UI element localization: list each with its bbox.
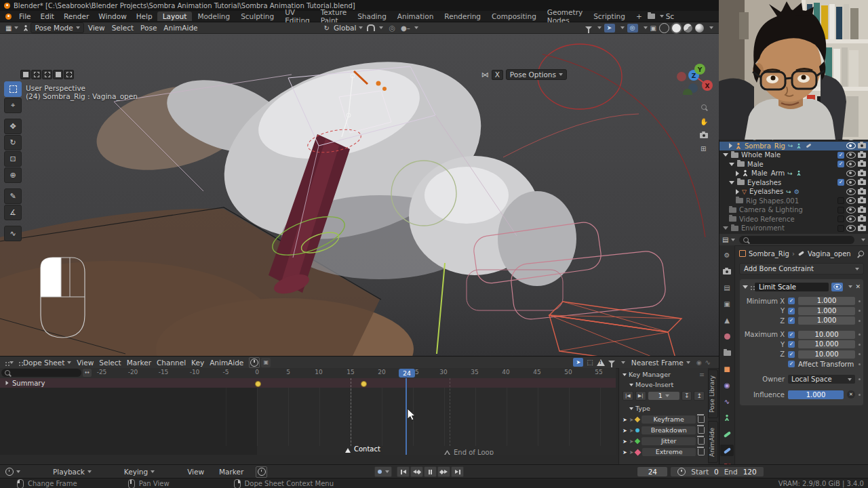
- dope-menu-channel[interactable]: Channel: [154, 357, 189, 367]
- hide-eye-icon[interactable]: [846, 161, 856, 167]
- collection-checkbox[interactable]: [837, 207, 844, 214]
- tab-view-layer[interactable]: ▣: [720, 298, 734, 310]
- select-mode-4-button[interactable]: [53, 70, 63, 79]
- jump-to-end-button[interactable]: [451, 466, 464, 477]
- outliner-row[interactable]: Video Reference: [719, 215, 868, 224]
- min-x-checkbox[interactable]: [788, 298, 795, 304]
- animate-dot[interactable]: [859, 333, 861, 336]
- expand-icon[interactable]: [736, 171, 739, 176]
- blender-menu-icon[interactable]: [5, 14, 12, 20]
- dope-menu-marker[interactable]: Marker: [124, 357, 154, 367]
- render-visibility-icon[interactable]: [858, 180, 866, 185]
- select-mode-3-button[interactable]: [42, 70, 52, 79]
- collection-checkbox[interactable]: [837, 225, 844, 232]
- workspace-tab-modeling[interactable]: Modeling: [192, 12, 235, 21]
- key-type-label[interactable]: Jitter: [642, 437, 696, 445]
- keyframe-dot[interactable]: [255, 381, 261, 387]
- outliner-row[interactable]: Environment: [719, 224, 868, 233]
- animate-dot[interactable]: [859, 378, 861, 380]
- menu-edit[interactable]: Edit: [36, 12, 59, 20]
- max-y-checkbox[interactable]: [788, 341, 795, 348]
- box-select-icon[interactable]: ⬚: [587, 359, 593, 366]
- hide-eye-icon[interactable]: [846, 170, 856, 177]
- max-z-checkbox[interactable]: [788, 351, 795, 358]
- deselect-cursor-icon[interactable]: ➤: [629, 428, 634, 434]
- pan-hand-icon[interactable]: ✋: [700, 118, 708, 125]
- tool-cursor[interactable]: ⌖: [4, 98, 22, 113]
- workspace-tab-sculpting[interactable]: Sculpting: [235, 12, 279, 21]
- tool-move[interactable]: ✥: [4, 119, 22, 134]
- deselect-cursor-icon[interactable]: ➤: [629, 417, 634, 423]
- menu-help[interactable]: Help: [132, 12, 157, 20]
- shading-rendered-button[interactable]: [695, 24, 704, 33]
- max-x-value[interactable]: 10.000: [798, 331, 855, 339]
- viewport-menu-pose[interactable]: Pose: [138, 23, 159, 33]
- collection-checkbox[interactable]: [837, 197, 844, 204]
- collapse-icon[interactable]: [729, 163, 734, 166]
- select-cursor-button[interactable]: ➤: [573, 358, 583, 367]
- select-cursor-icon[interactable]: ➤: [623, 439, 627, 445]
- collection-checkbox[interactable]: [837, 161, 844, 167]
- dope-menu-key[interactable]: Key: [189, 357, 207, 367]
- collapse-icon[interactable]: [723, 153, 728, 157]
- hide-eye-icon[interactable]: [846, 225, 856, 232]
- channel-search-input[interactable]: [1, 369, 81, 377]
- min-y-value[interactable]: 1.000: [798, 307, 855, 315]
- delete-icon[interactable]: [698, 427, 705, 434]
- tab-object-data[interactable]: [720, 412, 734, 424]
- render-visibility-icon[interactable]: [858, 143, 866, 148]
- auto-keying-button[interactable]: [374, 466, 392, 477]
- channel-expand-button[interactable]: ↔: [83, 369, 92, 377]
- collapse-icon[interactable]: [729, 181, 734, 184]
- marker-triangle-selected[interactable]: [345, 448, 351, 453]
- keyframe-dot[interactable]: [361, 381, 367, 387]
- min-z-checkbox[interactable]: [788, 317, 795, 324]
- dope-sheet-channels[interactable]: Summary Contact End of Loop: [0, 378, 616, 455]
- tool-measure[interactable]: ∡: [4, 205, 22, 220]
- select-mode-1-button[interactable]: [20, 70, 31, 79]
- select-cursor-icon[interactable]: ➤: [623, 417, 627, 423]
- editor-type-button[interactable]: ▦: [3, 23, 21, 33]
- tab-bone-constraints[interactable]: [720, 445, 734, 456]
- tab-object[interactable]: ■: [720, 363, 734, 375]
- menu-render[interactable]: Render: [59, 12, 94, 20]
- move-up-button[interactable]: ↥: [694, 391, 705, 401]
- zoom-icon[interactable]: [701, 103, 707, 112]
- hide-eye-icon[interactable]: [846, 188, 856, 195]
- viewport-menu-view[interactable]: View: [85, 23, 108, 33]
- visibility-filter-icon[interactable]: [585, 26, 592, 30]
- select-cursor-icon[interactable]: ➤: [623, 449, 627, 455]
- menu-file[interactable]: File: [14, 12, 36, 20]
- keying-icon[interactable]: ●–: [401, 24, 410, 32]
- tab-output[interactable]: ▤: [720, 282, 734, 293]
- editor-type-button[interactable]: [3, 467, 23, 477]
- jump-prev-button[interactable]: |◀: [623, 391, 633, 401]
- select-mode-5-button[interactable]: [64, 70, 74, 79]
- tab-object-constraints[interactable]: ∿: [720, 396, 734, 407]
- viewport-menu-animaide[interactable]: AnimAide: [161, 23, 200, 33]
- tool-transform[interactable]: ⊕: [4, 167, 22, 183]
- viewport-menu-select[interactable]: Select: [109, 23, 136, 33]
- add-workspace-button[interactable]: +: [631, 12, 648, 21]
- tab-collection[interactable]: [720, 347, 734, 359]
- breadcrumb-object[interactable]: Sombra_Rig: [749, 250, 789, 258]
- tool-pose-breakdowner[interactable]: ∿: [4, 226, 22, 241]
- min-y-checkbox[interactable]: [788, 308, 795, 314]
- snap-mode-dropdown[interactable]: Nearest Frame: [629, 357, 693, 367]
- render-visibility-icon[interactable]: [858, 198, 866, 203]
- tab-tool[interactable]: ⚙: [720, 249, 734, 261]
- render-visibility-icon[interactable]: [858, 207, 866, 213]
- expand-icon[interactable]: [736, 189, 739, 195]
- pin-icon[interactable]: [857, 249, 865, 257]
- delete-icon[interactable]: [698, 416, 705, 423]
- delete-icon[interactable]: [698, 449, 705, 455]
- constraint-close-button[interactable]: ✕: [855, 283, 861, 290]
- expand-icon[interactable]: [729, 143, 732, 148]
- outliner-row[interactable]: Male_Arm ↪: [719, 169, 868, 178]
- breadcrumb-bone[interactable]: Vagina_open: [808, 250, 851, 258]
- overlays-toggle[interactable]: ◎: [627, 24, 638, 33]
- xray-toggle[interactable]: ▣: [650, 24, 656, 32]
- outliner-row[interactable]: Rig Shapes.001: [719, 197, 868, 206]
- tool-rotate[interactable]: ↻: [4, 135, 22, 150]
- keying-menu[interactable]: Keying: [121, 467, 157, 477]
